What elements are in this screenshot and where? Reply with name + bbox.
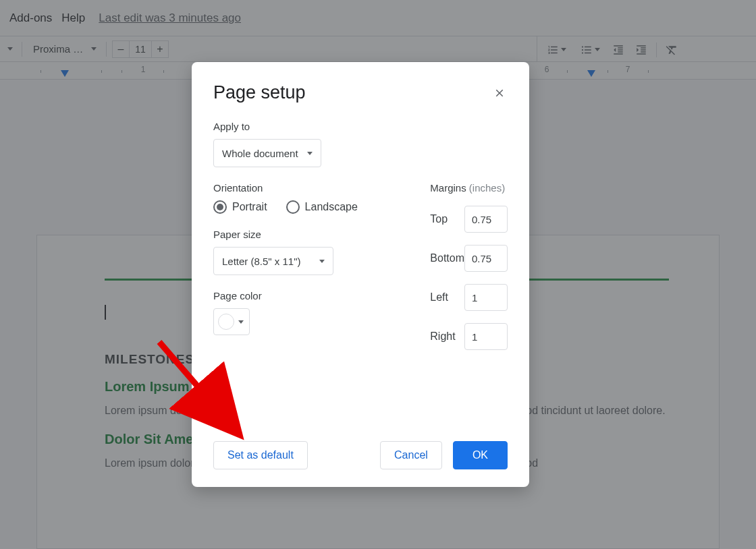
margin-left-input[interactable] bbox=[464, 284, 508, 311]
ruler-minor-tick bbox=[122, 70, 122, 73]
dialog-title: Page setup bbox=[213, 82, 508, 103]
clear-formatting-button[interactable] bbox=[662, 40, 681, 59]
margin-left-label: Left bbox=[430, 291, 448, 304]
ruler-minor-tick bbox=[608, 70, 608, 73]
numbered-list-button[interactable] bbox=[541, 44, 571, 56]
orientation-portrait-radio[interactable]: Portrait bbox=[213, 200, 267, 214]
radio-unselected-icon bbox=[286, 200, 300, 214]
radio-label: Landscape bbox=[305, 201, 358, 213]
ruler-minor-tick bbox=[101, 70, 102, 73]
toolbar-separator bbox=[656, 42, 657, 57]
margins-label: Margins (inches) bbox=[430, 182, 508, 194]
toolbar-right-group bbox=[537, 36, 681, 63]
ruler-minor-tick bbox=[40, 70, 41, 73]
chevron-down-icon bbox=[595, 48, 600, 51]
toolbar: Proxima N… – 11 + bbox=[0, 36, 756, 62]
close-icon bbox=[493, 87, 506, 99]
bulleted-list-button[interactable] bbox=[575, 44, 605, 56]
decrease-indent-button[interactable] bbox=[609, 40, 628, 59]
toolbar-separator bbox=[22, 42, 22, 57]
margin-top-input[interactable] bbox=[464, 206, 508, 233]
last-edit-note[interactable]: Last edit was 3 minutes ago bbox=[99, 11, 241, 25]
chevron-down-icon bbox=[7, 47, 13, 51]
color-swatch-icon bbox=[218, 314, 234, 330]
ok-button[interactable]: OK bbox=[453, 441, 508, 469]
page-color-select[interactable] bbox=[213, 308, 250, 335]
menu-help[interactable]: Help bbox=[61, 11, 85, 25]
paper-size-select[interactable]: Letter (8.5" x 11") bbox=[213, 247, 333, 275]
paper-size-value: Letter (8.5" x 11") bbox=[222, 256, 301, 267]
cancel-button[interactable]: Cancel bbox=[380, 441, 442, 469]
left-indent-marker[interactable] bbox=[61, 70, 69, 77]
chevron-down-icon bbox=[91, 47, 97, 51]
orientation-landscape-radio[interactable]: Landscape bbox=[286, 200, 358, 214]
text-cursor bbox=[105, 305, 106, 320]
font-size-increase-button[interactable]: + bbox=[151, 40, 169, 58]
margin-right-label: Right bbox=[430, 330, 455, 343]
ruler-tick: 6 bbox=[545, 65, 549, 74]
menu-bar: Add-ons Help Last edit was 3 minutes ago bbox=[0, 0, 756, 36]
chevron-down-icon bbox=[307, 152, 313, 155]
margin-bottom-label: Bottom bbox=[430, 252, 464, 264]
orientation-label: Orientation bbox=[213, 182, 410, 194]
margin-right-input[interactable] bbox=[464, 323, 508, 350]
apply-to-select[interactable]: Whole document bbox=[213, 139, 321, 167]
apply-to-label: Apply to bbox=[213, 121, 508, 132]
radio-label: Portrait bbox=[232, 201, 267, 213]
chevron-down-icon bbox=[561, 48, 566, 51]
ruler-tick: 1 bbox=[141, 65, 146, 74]
chevron-down-icon bbox=[319, 260, 325, 263]
page-setup-dialog: Page setup Apply to Whole document Orien… bbox=[192, 62, 529, 487]
right-indent-marker[interactable] bbox=[587, 70, 595, 77]
close-button[interactable] bbox=[491, 85, 508, 101]
radio-selected-icon bbox=[213, 200, 227, 214]
toolbar-separator bbox=[106, 42, 107, 57]
app-root: Add-ons Help Last edit was 3 minutes ago… bbox=[0, 0, 756, 549]
styles-dropdown[interactable] bbox=[4, 47, 16, 51]
page-color-label: Page color bbox=[213, 290, 410, 301]
menu-addons[interactable]: Add-ons bbox=[9, 11, 52, 25]
set-as-default-button[interactable]: Set as default bbox=[213, 441, 308, 469]
chevron-down-icon bbox=[238, 320, 244, 324]
increase-indent-button[interactable] bbox=[632, 40, 651, 59]
margin-bottom-input[interactable] bbox=[464, 245, 508, 272]
font-size-value[interactable]: 11 bbox=[130, 40, 151, 58]
ruler-minor-tick bbox=[163, 70, 164, 73]
font-size-stepper: – 11 + bbox=[112, 40, 169, 58]
font-family-select[interactable]: Proxima N… bbox=[28, 40, 101, 59]
margin-top-label: Top bbox=[430, 213, 448, 225]
apply-to-value: Whole document bbox=[222, 148, 298, 159]
paper-size-label: Paper size bbox=[213, 229, 410, 240]
ruler-minor-tick bbox=[648, 70, 649, 73]
ruler-minor-tick bbox=[567, 70, 568, 73]
ruler-tick: 7 bbox=[626, 65, 630, 74]
font-size-decrease-button[interactable]: – bbox=[112, 40, 130, 58]
font-family-label: Proxima N… bbox=[33, 43, 86, 55]
